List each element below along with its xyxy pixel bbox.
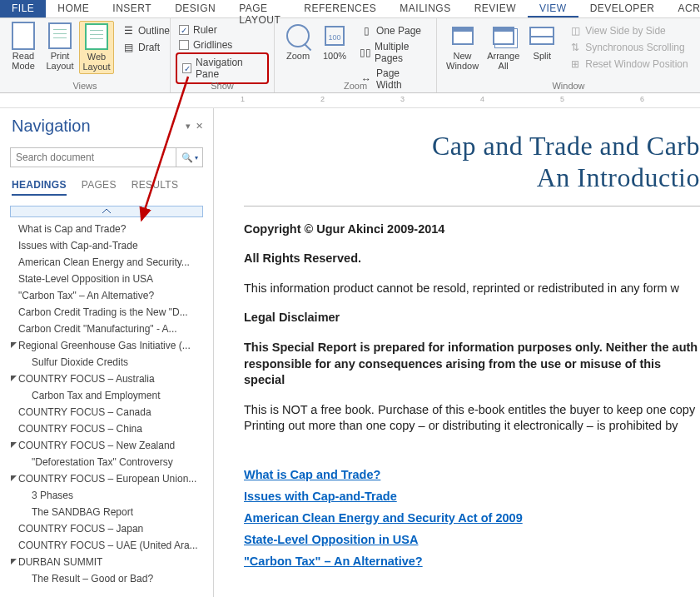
document-area[interactable]: Cap and Trade and Carb An Introductio Co… — [214, 108, 700, 597]
nav-heading-item[interactable]: COUNTRY FOCUS – China — [3, 420, 210, 437]
nav-heading-item[interactable]: "Carbon Tax" – An Alternative? — [3, 287, 210, 304]
nav-heading-item[interactable]: 3 Phases — [3, 487, 210, 504]
tab-page-layout[interactable]: PAGE LAYOUT — [227, 0, 292, 17]
reset-window-icon: ⊞ — [568, 57, 582, 71]
tab-developer[interactable]: DEVELOPER — [578, 0, 667, 17]
side-by-side-icon: ◫ — [568, 24, 582, 37]
gridlines-checkbox[interactable]: Gridlines — [176, 37, 269, 52]
nav-item-label: COUNTRY FOCUS – European Union... — [18, 473, 196, 485]
ruler-mark: 4 — [480, 95, 484, 103]
legal-disclaimer-heading: Legal Disclaimer — [244, 310, 700, 326]
navigation-pane-checkbox[interactable]: ✓ Navigation Pane — [179, 55, 266, 82]
read-mode-button[interactable]: Read Mode — [6, 21, 41, 72]
nav-heading-item[interactable]: What is Cap and Trade? — [3, 221, 210, 237]
toc-link[interactable]: What is Cap and Trade? — [244, 468, 700, 481]
tab-home[interactable]: HOME — [46, 0, 101, 17]
tab-view[interactable]: VIEW — [528, 0, 578, 17]
nav-tab-pages[interactable]: PAGES — [82, 179, 117, 196]
nav-heading-item[interactable]: The SANDBAG Report — [3, 504, 210, 520]
collapse-triangle-icon[interactable] — [8, 341, 18, 351]
nav-tab-headings[interactable]: HEADINGS — [12, 179, 67, 196]
nav-item-label: COUNTRY FOCUS – Canada — [18, 406, 151, 418]
zoom-button[interactable]: Zoom — [280, 21, 315, 62]
tab-review[interactable]: REVIEW — [463, 0, 528, 17]
web-layout-icon — [83, 23, 110, 50]
nav-heading-item[interactable]: COUNTRY FOCUS – UAE (United Ara... — [3, 537, 210, 554]
split-button[interactable]: Split — [524, 21, 559, 62]
nav-heading-item[interactable]: COUNTRY FOCUS – Australia — [3, 371, 210, 387]
nav-collapse-bar[interactable] — [10, 206, 203, 217]
toc-link[interactable]: American Clean Energy and Security Act o… — [244, 511, 700, 525]
nav-heading-item[interactable]: Carbon Credit Trading is the New "D... — [3, 304, 210, 321]
horizontal-ruler[interactable]: 1234567 — [0, 93, 700, 108]
multiple-pages-button[interactable]: ▯▯ Multiple Pages — [356, 39, 431, 66]
copyright-line: Copyright © Ugur Akinci 2009-2014 — [244, 221, 700, 238]
collapse-triangle-icon[interactable] — [8, 441, 18, 450]
reset-window-position-button[interactable]: ⊞ Reset Window Position — [565, 56, 691, 72]
search-button[interactable]: 🔍▾ — [176, 148, 202, 167]
print-layout-button[interactable]: Print Layout — [42, 21, 77, 72]
nav-heading-item[interactable]: COUNTRY FOCUS – Canada — [3, 404, 210, 420]
nav-item-label: Issues with Cap-and-Trade — [18, 240, 138, 251]
nav-item-label: The Result – Good or Bad? — [32, 573, 153, 585]
svg-text:100: 100 — [328, 33, 340, 42]
view-side-by-side-button[interactable]: ◫ View Side by Side — [565, 22, 691, 39]
nav-heading-item[interactable]: COUNTRY FOCUS – Japan — [3, 520, 210, 537]
nav-item-label: Sulfur Dioxide Credits — [32, 356, 128, 368]
zoom-group-label: Zoom — [275, 81, 436, 91]
read-mode-icon — [10, 22, 37, 49]
arrange-all-button[interactable]: Arrange All — [484, 21, 523, 72]
outline-button[interactable]: ☰ Outline — [118, 22, 173, 39]
nav-item-label: COUNTRY FOCUS – Australia — [18, 373, 155, 385]
ribbon: Read Mode Print Layout Web Layout ☰ Outl… — [0, 18, 700, 93]
checkbox-checked-icon: ✓ — [179, 25, 189, 35]
nav-heading-item[interactable]: Carbon Credit "Manufacturing" - A... — [3, 321, 210, 337]
toc-link[interactable]: State-Level Opposition in USA — [244, 533, 700, 546]
zoom-100-button[interactable]: 100 100% — [317, 21, 352, 62]
nav-heading-item[interactable]: Carbon Tax and Employment — [3, 387, 210, 404]
nav-heading-item[interactable]: The Result – Good or Bad? — [3, 570, 210, 587]
rights-line: All Rights Reserved. — [244, 251, 700, 267]
nav-heading-item[interactable]: American Clean Energy and Security... — [3, 254, 210, 271]
draft-button[interactable]: ▤ Draft — [118, 39, 173, 56]
synchronous-scrolling-button[interactable]: ⇅ Synchronous Scrolling — [565, 39, 691, 56]
doc-paragraph: This information product cannot be resol… — [244, 281, 700, 297]
collapse-triangle-icon[interactable] — [8, 475, 18, 484]
nav-heading-item[interactable]: COUNTRY FOCUS – European Union... — [3, 470, 210, 487]
print-layout-icon — [47, 22, 73, 49]
nav-tab-results[interactable]: RESULTS — [132, 179, 179, 196]
legal-disclaimer-text: This Special Report is prepared for info… — [244, 340, 700, 389]
toc-link[interactable]: "Carbon Tax" – An Alternative? — [244, 555, 700, 568]
tab-references[interactable]: REFERENCES — [292, 0, 388, 17]
ruler-mark: 3 — [400, 95, 405, 103]
toc-link[interactable]: Issues with Cap-and-Trade — [244, 490, 700, 503]
doc-title-line2: An Introductio — [244, 162, 700, 193]
navigation-title: Navigation — [12, 117, 91, 136]
nav-options-dropdown[interactable]: ▾ — [186, 121, 191, 132]
ruler-mark: 1 — [241, 95, 245, 103]
tab-design[interactable]: DESIGN — [163, 0, 227, 17]
nav-item-label: Regional Greenhouse Gas Initiative (... — [18, 340, 191, 351]
nav-heading-item[interactable]: State-Level Opposition in USA — [3, 271, 210, 287]
new-window-button[interactable]: New Window — [443, 21, 482, 72]
web-layout-button[interactable]: Web Layout — [79, 21, 114, 74]
collapse-triangle-icon[interactable] — [8, 558, 18, 567]
tab-acrobat[interactable]: ACROBAT — [667, 0, 700, 17]
tab-insert[interactable]: INSERT — [101, 0, 163, 17]
search-input[interactable] — [11, 148, 176, 167]
chevron-down-icon: ▾ — [195, 154, 198, 162]
nav-heading-item[interactable]: DURBAN SUMMIT — [3, 554, 210, 570]
nav-heading-item[interactable]: COUNTRY FOCUS – New Zealand — [3, 437, 210, 454]
nav-heading-item[interactable]: "Deforestation Tax" Controversy — [3, 454, 210, 470]
nav-heading-item[interactable]: Issues with Cap-and-Trade — [3, 237, 210, 254]
tab-mailings[interactable]: MAILINGS — [388, 0, 462, 17]
nav-heading-item[interactable]: Regional Greenhouse Gas Initiative (... — [3, 337, 210, 354]
nav-close-button[interactable]: ✕ — [196, 121, 203, 132]
nav-heading-item[interactable]: Sulfur Dioxide Credits — [3, 354, 210, 371]
search-box: 🔍▾ — [10, 147, 203, 167]
tab-file[interactable]: FILE — [0, 0, 46, 17]
ruler-checkbox[interactable]: ✓ Ruler — [176, 22, 269, 37]
collapse-triangle-icon[interactable] — [8, 375, 18, 384]
one-page-button[interactable]: ▯ One Page — [356, 22, 431, 39]
nav-item-label: State-Level Opposition in USA — [18, 273, 153, 285]
